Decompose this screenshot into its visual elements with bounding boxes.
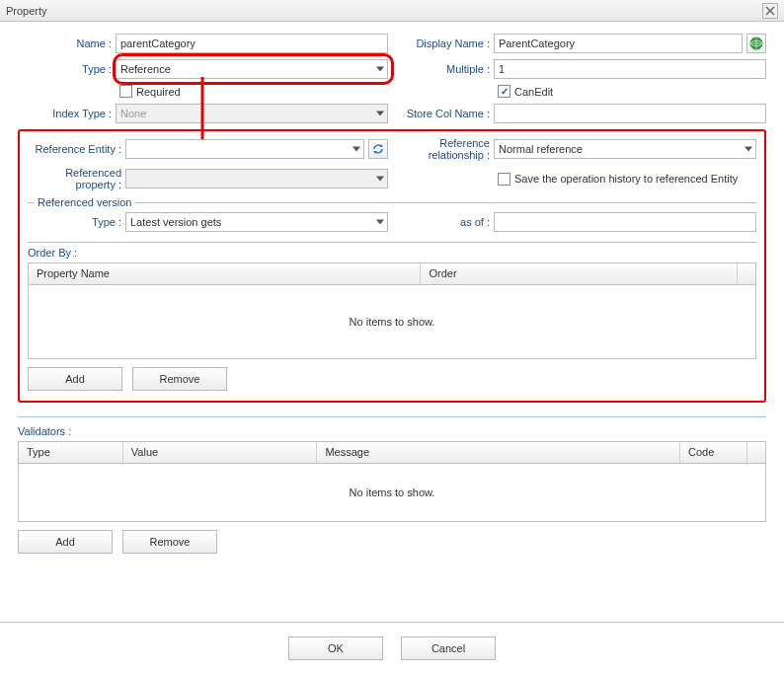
- savehistory-checkbox[interactable]: [498, 173, 510, 186]
- multiple-input[interactable]: [494, 59, 766, 79]
- dialog-footer: OK Cancel: [0, 622, 784, 674]
- display-name-input[interactable]: [494, 34, 743, 53]
- type-select[interactable]: Reference: [116, 59, 388, 79]
- chevron-down-icon: [376, 67, 384, 72]
- validators-col-code[interactable]: Code: [680, 442, 747, 463]
- chevron-down-icon: [376, 112, 384, 116]
- validators-empty: No items to show.: [19, 464, 765, 521]
- referenced-version-legend: Referenced version: [34, 196, 135, 208]
- orderby-grid: Property Name Order No items to show.: [28, 262, 756, 359]
- validators-add-button[interactable]: Add: [18, 530, 113, 554]
- storecol-label: Store Col Name :: [396, 108, 490, 119]
- chevron-down-icon: [376, 177, 384, 182]
- orderby-add-button[interactable]: Add: [28, 367, 122, 391]
- type-label: Type :: [18, 63, 112, 75]
- orderby-remove-button[interactable]: Remove: [132, 367, 227, 391]
- validators-grid-header: Type Value Message Code: [19, 442, 765, 464]
- indextype-select: None: [116, 104, 388, 123]
- chevron-down-icon: [745, 147, 752, 152]
- chevron-down-icon: [353, 147, 360, 152]
- indextype-value: None: [120, 108, 146, 119]
- asof-input[interactable]: [494, 212, 756, 232]
- ref-property-select: [125, 169, 388, 188]
- ref-entity-select[interactable]: [125, 139, 364, 159]
- canedit-checkbox[interactable]: [498, 85, 510, 98]
- titlebar: Property: [0, 0, 784, 22]
- version-type-select[interactable]: Latest version gets: [125, 212, 388, 232]
- ref-property-label: Referenced property :: [28, 167, 121, 190]
- display-name-label: Display Name :: [396, 37, 490, 49]
- validators-col-message[interactable]: Message: [317, 442, 680, 463]
- validators-col-type[interactable]: Type: [19, 442, 123, 463]
- orderby-col-propertyname[interactable]: Property Name: [29, 263, 421, 284]
- ok-button[interactable]: OK: [288, 637, 383, 660]
- multiple-label: Multiple :: [396, 63, 490, 75]
- name-label: Name :: [18, 37, 112, 49]
- validators-label: Validators :: [18, 425, 766, 437]
- required-label: Required: [136, 86, 181, 98]
- savehistory-label: Save the operation history to referenced…: [514, 173, 738, 185]
- orderby-label: Order By :: [28, 247, 756, 259]
- type-value: Reference: [120, 63, 171, 75]
- version-type-label: Type :: [28, 216, 121, 228]
- referenced-version-fieldset: Referenced version Type : Latest version…: [28, 196, 756, 238]
- orderby-grid-header: Property Name Order: [29, 263, 755, 285]
- chevron-down-icon: [376, 220, 384, 225]
- reference-section: Reference Entity : Reference relationshi…: [18, 129, 766, 403]
- cancel-button[interactable]: Cancel: [401, 637, 496, 660]
- required-checkbox[interactable]: [119, 85, 132, 98]
- version-type-value: Latest version gets: [130, 216, 221, 228]
- name-input[interactable]: [116, 34, 388, 53]
- validators-col-value[interactable]: Value: [123, 442, 318, 463]
- indextype-label: Index Type :: [18, 108, 112, 119]
- orderby-empty: No items to show.: [29, 285, 755, 358]
- globe-icon[interactable]: [746, 34, 766, 53]
- storecol-input[interactable]: [494, 104, 766, 123]
- ref-relationship-select[interactable]: Normal reference: [494, 139, 756, 159]
- ref-entity-label: Reference Entity :: [28, 143, 121, 155]
- asof-label: as of :: [396, 216, 490, 228]
- close-icon[interactable]: [762, 3, 778, 19]
- canedit-label: CanEdit: [514, 86, 553, 98]
- refresh-icon[interactable]: [368, 139, 388, 159]
- validators-remove-button[interactable]: Remove: [122, 530, 217, 554]
- validators-grid: Type Value Message Code No items to show…: [18, 441, 766, 522]
- orderby-col-order[interactable]: Order: [421, 263, 738, 284]
- ref-relationship-value: Normal reference: [499, 143, 583, 155]
- ref-relationship-label: Reference relationship :: [396, 137, 490, 161]
- dialog-title: Property: [6, 5, 47, 17]
